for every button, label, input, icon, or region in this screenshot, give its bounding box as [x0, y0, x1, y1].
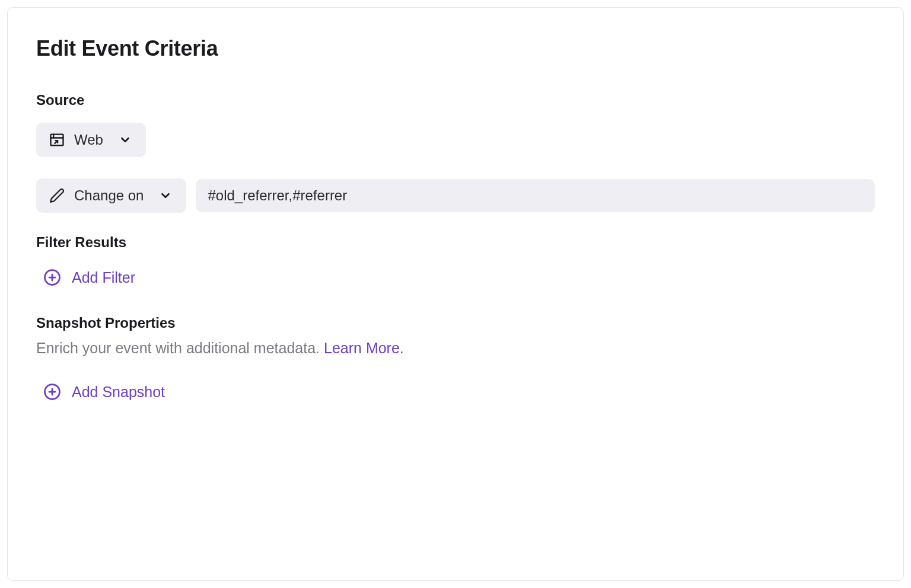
snapshot-properties-heading: Snapshot Properties — [36, 315, 875, 331]
criteria-type-selector[interactable]: Change on — [36, 178, 186, 213]
criteria-type-label: Change on — [74, 187, 144, 204]
page-title: Edit Event Criteria — [36, 36, 875, 61]
criteria-value-input[interactable]: #old_referrer,#referrer — [196, 179, 875, 212]
pencil-icon — [48, 187, 66, 204]
add-filter-button[interactable]: Add Filter — [36, 266, 135, 289]
source-row: Web — [36, 123, 875, 157]
chevron-down-icon — [116, 131, 134, 149]
plus-circle-icon — [43, 269, 61, 286]
browser-icon — [48, 131, 66, 149]
add-filter-label: Add Filter — [72, 269, 135, 286]
criteria-value-text: #old_referrer,#referrer — [208, 187, 347, 204]
edit-event-criteria-panel: Edit Event Criteria Source Web — [7, 7, 904, 581]
source-selector[interactable]: Web — [36, 123, 146, 157]
source-label: Source — [36, 92, 875, 108]
chevron-down-icon — [157, 187, 174, 204]
learn-more-link[interactable]: Learn More. — [324, 340, 404, 356]
criteria-row: Change on #old_referrer,#referrer — [36, 178, 875, 213]
source-selector-label: Web — [74, 132, 103, 148]
add-snapshot-label: Add Snapshot — [72, 384, 165, 401]
add-snapshot-button[interactable]: Add Snapshot — [36, 381, 165, 403]
filter-results-heading: Filter Results — [36, 234, 875, 251]
snapshot-description-text: Enrich your event with additional metada… — [36, 340, 324, 356]
plus-circle-icon — [43, 383, 61, 401]
snapshot-description: Enrich your event with additional metada… — [36, 340, 875, 357]
